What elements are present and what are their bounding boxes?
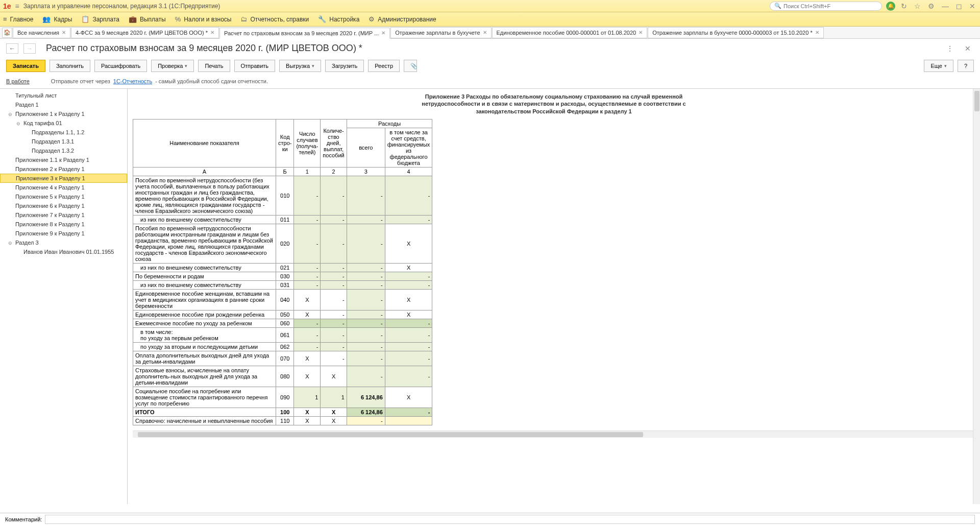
cell[interactable]: - (294, 263, 321, 272)
tab-4[interactable]: Единовременное пособие 0000-000001 от 01… (492, 27, 648, 38)
menu-zarplata[interactable]: 📋Зарплата (81, 15, 119, 23)
cell[interactable]: - (294, 342, 321, 351)
cell[interactable]: 6 124,86 (347, 408, 385, 416)
expand-icon[interactable]: ⊖ (8, 241, 13, 246)
cell[interactable]: - (321, 289, 347, 310)
cell[interactable]: X (385, 224, 432, 263)
close-page-icon[interactable]: ✕ (962, 44, 974, 53)
cell[interactable]: - (294, 272, 321, 280)
attach-button[interactable]: 📎 (404, 60, 417, 72)
cell[interactable]: 6 124,86 (347, 387, 385, 408)
bell-icon[interactable]: 🔔 (886, 2, 895, 11)
maximize-icon[interactable]: ◻ (954, 2, 964, 10)
cell[interactable]: - (347, 215, 385, 224)
cell[interactable]: X (385, 263, 432, 272)
cell[interactable]: X (294, 351, 321, 366)
tree-item[interactable]: Приложение 3 к Разделу 1 (0, 174, 127, 183)
cell[interactable]: - (321, 342, 347, 351)
cell[interactable]: X (385, 289, 432, 310)
cell[interactable]: X (294, 408, 321, 416)
home-tab[interactable]: 🏠 (2, 28, 12, 38)
menu-main[interactable]: ≡Главное (3, 15, 33, 23)
tree-item[interactable]: Приложение 6 к Разделу 1 (0, 201, 127, 210)
tab-0[interactable]: Все начисления✕ (13, 27, 70, 38)
search-box[interactable]: 🔍 (770, 2, 882, 11)
cell[interactable]: - (294, 224, 321, 263)
cell[interactable]: - (321, 272, 347, 280)
tree-item[interactable]: Подраздел 1.3.2 (0, 146, 127, 155)
cell[interactable]: - (321, 263, 347, 272)
horizontal-scrollbar[interactable] (133, 431, 975, 438)
cell[interactable]: - (347, 272, 385, 280)
cell[interactable]: - (347, 327, 385, 342)
load-button[interactable]: Загрузить (325, 60, 364, 72)
cell[interactable]: - (294, 327, 321, 342)
cell[interactable]: - (347, 310, 385, 319)
fill-button[interactable]: Заполнить (50, 60, 90, 72)
menu-otchetnost[interactable]: 🗂Отчетность, справки (240, 15, 309, 23)
cell[interactable]: - (321, 215, 347, 224)
print-button[interactable]: Печать (198, 60, 230, 72)
cell[interactable]: - (385, 408, 432, 416)
cell[interactable]: - (321, 280, 347, 289)
tree-item[interactable]: Подраздел 1.3.1 (0, 137, 127, 146)
tree-item[interactable]: Приложение 7 к Разделу 1 (0, 210, 127, 220)
cell[interactable]: - (294, 280, 321, 289)
check-button[interactable]: Проверка▾ (151, 60, 194, 72)
cell[interactable]: 1 (294, 387, 321, 408)
more-button[interactable]: Еще▾ (924, 60, 953, 72)
status-label[interactable]: В работе (6, 78, 30, 84)
cell[interactable]: X (321, 408, 347, 416)
cell[interactable]: - (347, 319, 385, 327)
minimize-icon[interactable]: — (940, 2, 950, 10)
tree-item[interactable]: Титульный лист (0, 91, 127, 100)
tree-item[interactable]: Приложение 9 к Разделу 1 (0, 229, 127, 238)
cell[interactable]: X (385, 310, 432, 319)
cell[interactable]: X (321, 366, 347, 387)
tree-item[interactable]: Приложение 2 к Разделу 1 (0, 164, 127, 174)
tree-item[interactable]: Приложение 1.1 к Разделу 1 (0, 155, 127, 164)
menu-icon[interactable]: ≡ (15, 2, 19, 10)
cell[interactable]: - (347, 224, 385, 263)
close-window-icon[interactable]: ✕ (968, 2, 977, 10)
cell[interactable]: - (385, 215, 432, 224)
cell[interactable]: 1 (321, 387, 347, 408)
cell[interactable]: - (385, 327, 432, 342)
cell[interactable]: - (321, 310, 347, 319)
status-link[interactable]: 1С-Отчетность (113, 78, 152, 84)
cell[interactable]: - (385, 280, 432, 289)
menu-admin[interactable]: ⚙Администрирование (369, 15, 436, 23)
tree-item[interactable]: Приложение 4 к Разделу 1 (0, 183, 127, 192)
close-icon[interactable]: ✕ (483, 30, 487, 35)
tree-item[interactable]: Иванов Иван Иванович 01.01.1955 (0, 247, 127, 256)
cell[interactable]: - (347, 289, 385, 310)
cell[interactable]: - (347, 366, 385, 387)
cell[interactable]: - (385, 351, 432, 366)
tree-item[interactable]: Раздел 1 (0, 100, 127, 109)
export-button[interactable]: Выгрузка▾ (279, 60, 321, 72)
tab-5[interactable]: Отражение зарплаты в бухучете 0000-00000… (648, 27, 824, 38)
menu-kadry[interactable]: 👥Кадры (42, 15, 72, 23)
cell[interactable]: - (347, 416, 385, 425)
kebab-icon[interactable]: ⋮ (943, 44, 957, 53)
cell[interactable] (385, 416, 432, 425)
tree-item[interactable]: Приложение 5 к Разделу 1 (0, 192, 127, 201)
tab-1[interactable]: 4-ФСС за 9 месяцев 2020 г. (МИР ЦВЕТОВ О… (71, 27, 219, 38)
cell[interactable]: - (294, 319, 321, 327)
cell[interactable]: - (321, 176, 347, 215)
cell[interactable]: - (294, 176, 321, 215)
expand-icon[interactable]: ⊖ (8, 112, 13, 117)
close-icon[interactable]: ✕ (210, 30, 214, 35)
expand-icon[interactable]: ⊖ (16, 121, 21, 126)
cell[interactable]: - (347, 351, 385, 366)
close-icon[interactable]: ✕ (639, 30, 643, 35)
cell[interactable]: X (294, 289, 321, 310)
cell[interactable]: X (294, 416, 321, 425)
cell[interactable]: - (347, 342, 385, 351)
settings-icon[interactable]: ⚙ (926, 2, 936, 10)
tab-2[interactable]: Расчет по страховым взносам за 9 месяцев… (219, 28, 390, 39)
cell[interactable]: - (385, 272, 432, 280)
tab-3[interactable]: Отражение зарплаты в бухучете✕ (390, 27, 491, 38)
close-icon[interactable]: ✕ (815, 30, 819, 35)
cell[interactable]: - (385, 366, 432, 387)
